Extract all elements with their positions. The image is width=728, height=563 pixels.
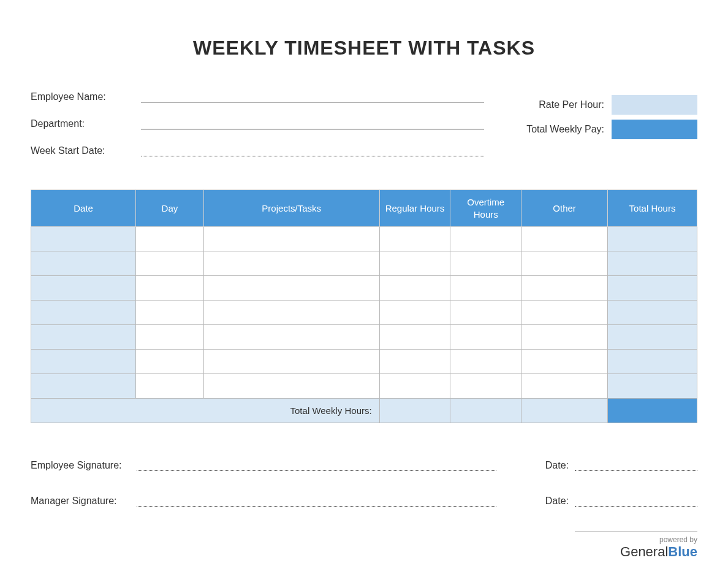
- cell-regular[interactable]: [379, 276, 450, 301]
- cell-date[interactable]: [31, 374, 136, 399]
- signature-section: Employee Signature: Date: Manager Signat…: [31, 460, 697, 507]
- cell-total: [608, 350, 697, 374]
- cell-tasks[interactable]: [203, 301, 379, 325]
- col-header-overtime: Overtime Hours: [450, 190, 521, 227]
- total-pay-row: Total Weekly Pay:: [514, 120, 697, 139]
- header-section: Employee Name: Department: Week Start Da…: [31, 84, 697, 165]
- totals-other: [521, 399, 608, 423]
- department-input-line[interactable]: [141, 129, 484, 129]
- table-row: [31, 227, 697, 251]
- cell-regular[interactable]: [379, 301, 450, 325]
- footer: powered by GeneralBlue: [31, 531, 697, 560]
- cell-overtime[interactable]: [450, 251, 521, 276]
- brand-logo: GeneralBlue: [31, 544, 697, 560]
- cell-other[interactable]: [521, 251, 608, 276]
- cell-date[interactable]: [31, 350, 136, 374]
- cell-regular[interactable]: [379, 325, 450, 350]
- employee-name-input-line[interactable]: [141, 102, 484, 102]
- manager-signature-line[interactable]: [137, 506, 496, 507]
- cell-day[interactable]: [136, 276, 204, 301]
- cell-total: [608, 374, 697, 399]
- cell-total: [608, 325, 697, 350]
- page-title: WEEKLY TIMESHEET WITH TASKS: [31, 37, 697, 59]
- totals-row: Total Weekly Hours:: [31, 399, 697, 423]
- cell-overtime[interactable]: [450, 325, 521, 350]
- cell-other[interactable]: [521, 325, 608, 350]
- cell-total: [608, 276, 697, 301]
- cell-total: [608, 251, 697, 276]
- employee-signature-row: Employee Signature: Date:: [31, 460, 697, 471]
- col-header-date: Date: [31, 190, 136, 227]
- table-row: [31, 251, 697, 276]
- cell-date[interactable]: [31, 325, 136, 350]
- col-header-other: Other: [521, 190, 608, 227]
- rate-input-box[interactable]: [612, 95, 697, 115]
- cell-day[interactable]: [136, 374, 204, 399]
- cell-other[interactable]: [521, 276, 608, 301]
- timesheet-table: Date Day Projects/Tasks Regular Hours Ov…: [31, 190, 697, 423]
- cell-regular[interactable]: [379, 350, 450, 374]
- cell-regular[interactable]: [379, 251, 450, 276]
- cell-other[interactable]: [521, 374, 608, 399]
- employee-signature-label: Employee Signature:: [31, 460, 132, 471]
- manager-date-line[interactable]: [575, 506, 697, 507]
- col-header-day: Day: [136, 190, 204, 227]
- cell-day[interactable]: [136, 227, 204, 251]
- col-header-regular: Regular Hours: [379, 190, 450, 227]
- col-header-tasks: Projects/Tasks: [203, 190, 379, 227]
- cell-date[interactable]: [31, 251, 136, 276]
- employee-date-line[interactable]: [575, 470, 697, 471]
- total-pay-box: [612, 120, 697, 139]
- cell-tasks[interactable]: [203, 227, 379, 251]
- cell-regular[interactable]: [379, 374, 450, 399]
- col-header-total: Total Hours: [608, 190, 697, 227]
- powered-by-text: powered by: [31, 535, 697, 544]
- table-row: [31, 301, 697, 325]
- table-row: [31, 350, 697, 374]
- cell-overtime[interactable]: [450, 301, 521, 325]
- cell-tasks[interactable]: [203, 276, 379, 301]
- cell-overtime[interactable]: [450, 227, 521, 251]
- cell-date[interactable]: [31, 301, 136, 325]
- cell-overtime[interactable]: [450, 276, 521, 301]
- total-pay-label: Total Weekly Pay:: [526, 124, 604, 135]
- cell-total: [608, 301, 697, 325]
- department-field: Department:: [31, 111, 484, 129]
- week-start-input-line[interactable]: [141, 156, 484, 156]
- cell-day[interactable]: [136, 350, 204, 374]
- employee-name-field: Employee Name:: [31, 84, 484, 102]
- table-header-row: Date Day Projects/Tasks Regular Hours Ov…: [31, 190, 697, 227]
- totals-grand: [608, 399, 697, 423]
- cell-date[interactable]: [31, 227, 136, 251]
- department-label: Department:: [31, 118, 129, 129]
- cell-tasks[interactable]: [203, 325, 379, 350]
- cell-other[interactable]: [521, 227, 608, 251]
- employee-signature-line[interactable]: [137, 470, 496, 471]
- manager-signature-row: Manager Signature: Date:: [31, 496, 697, 507]
- cell-day[interactable]: [136, 301, 204, 325]
- totals-label: Total Weekly Hours:: [31, 399, 380, 423]
- header-right: Rate Per Hour: Total Weekly Pay:: [514, 84, 697, 165]
- cell-day[interactable]: [136, 325, 204, 350]
- footer-divider: [575, 531, 697, 532]
- rate-label: Rate Per Hour:: [539, 99, 604, 110]
- cell-tasks[interactable]: [203, 350, 379, 374]
- brand-general: General: [620, 544, 668, 559]
- cell-day[interactable]: [136, 251, 204, 276]
- table-row: [31, 374, 697, 399]
- cell-overtime[interactable]: [450, 350, 521, 374]
- cell-date[interactable]: [31, 276, 136, 301]
- employee-name-label: Employee Name:: [31, 91, 129, 102]
- cell-other[interactable]: [521, 350, 608, 374]
- cell-other[interactable]: [521, 301, 608, 325]
- cell-tasks[interactable]: [203, 251, 379, 276]
- week-start-field: Week Start Date:: [31, 138, 484, 156]
- week-start-label: Week Start Date:: [31, 145, 129, 156]
- table-row: [31, 325, 697, 350]
- table-row: [31, 276, 697, 301]
- cell-tasks[interactable]: [203, 374, 379, 399]
- rate-row: Rate Per Hour:: [514, 95, 697, 115]
- manager-signature-label: Manager Signature:: [31, 496, 132, 507]
- cell-overtime[interactable]: [450, 374, 521, 399]
- cell-regular[interactable]: [379, 227, 450, 251]
